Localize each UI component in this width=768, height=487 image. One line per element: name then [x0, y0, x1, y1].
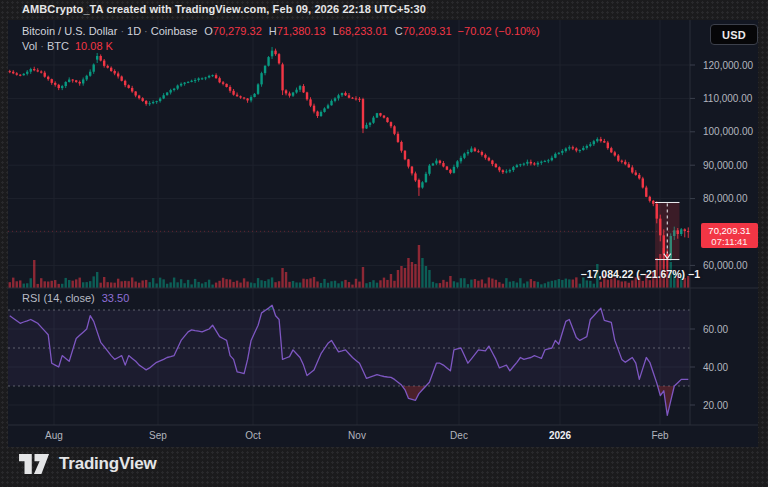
candle-body	[271, 51, 273, 57]
candle-body	[215, 75, 217, 78]
candle-body	[642, 178, 644, 187]
volume-bar	[313, 277, 315, 288]
volume-bar	[414, 264, 416, 288]
candle-body	[498, 167, 500, 170]
last-price-tag: 70,209.31 07:11:41	[701, 223, 758, 248]
volume-bar	[439, 283, 441, 288]
candle-body	[631, 167, 633, 172]
candle-body	[425, 174, 427, 182]
candle-body	[589, 144, 591, 146]
volume-bar	[404, 268, 406, 288]
candle-body	[236, 95, 238, 97]
volume-bar	[334, 281, 336, 288]
volume-bar	[617, 280, 619, 288]
volume-bar	[460, 278, 462, 288]
candle-body	[463, 154, 465, 158]
candle-body	[257, 84, 259, 94]
volume-bar	[37, 284, 39, 288]
candle-body	[54, 83, 56, 85]
change-value: −70.02 (−0.10%)	[458, 25, 540, 37]
volume-bar	[390, 274, 392, 288]
volume-bar	[579, 284, 581, 288]
candle-body	[390, 122, 392, 126]
volume-legend[interactable]: Vol·BTC10.08 K	[22, 40, 113, 52]
candle-body	[222, 82, 224, 84]
candle-body	[138, 96, 140, 99]
price-axis-label: 90,000.00	[703, 160, 748, 171]
attribution-text: AMBCrypto_TA created with TradingView.co…	[22, 3, 426, 19]
candle-body	[299, 86, 301, 90]
open-label: O	[204, 25, 213, 37]
price-axis-label: 110,000.00	[703, 93, 753, 104]
volume-bar	[148, 282, 150, 288]
rsi-axis-label: 20.00	[703, 400, 728, 411]
last-price-value: 70,209.31	[701, 225, 758, 236]
candle-body	[313, 106, 315, 112]
volume-bar	[355, 279, 357, 288]
candle-body	[23, 74, 25, 75]
currency-toggle-button[interactable]: USD	[710, 24, 758, 45]
volume-bar	[351, 285, 353, 288]
volume-bar	[141, 280, 143, 288]
candle-body	[260, 73, 262, 84]
candle-body	[502, 170, 504, 172]
volume-bar	[610, 279, 612, 288]
candle-body	[117, 73, 119, 76]
candle-body	[30, 69, 32, 72]
candle-body	[432, 164, 434, 166]
candle-body	[19, 75, 21, 76]
volume-bar	[551, 281, 553, 288]
candle-body	[600, 139, 602, 141]
volume-bar	[435, 283, 437, 288]
candle-body	[484, 155, 486, 158]
candle-body	[124, 81, 126, 85]
candle-body	[61, 86, 63, 88]
volume-bar	[621, 281, 623, 288]
measure-tool-label[interactable]: −17,084.22 (−21.67%) −1	[508, 268, 700, 280]
volume-bar	[225, 279, 227, 288]
volume-bar	[379, 280, 381, 288]
volume-bar	[232, 282, 234, 288]
price-axis-label: 60,000.00	[703, 260, 748, 271]
candle-body	[173, 89, 175, 90]
volume-bar	[491, 279, 493, 288]
candle-body	[99, 56, 101, 61]
volume-bar	[516, 283, 518, 288]
candle-body	[201, 78, 203, 79]
symbol-legend[interactable]: Bitcoin / U.S. Dollar·1D·CoinbaseO70,279…	[22, 25, 540, 37]
volume-bar	[187, 280, 189, 288]
volume-bar	[453, 281, 455, 288]
candle-body	[533, 163, 535, 164]
candle-body	[113, 71, 115, 73]
measure-tool-overlay[interactable]	[8, 202, 690, 259]
candle-body	[120, 76, 122, 80]
candle-body	[407, 159, 409, 166]
volume-bar	[250, 283, 252, 288]
chart-canvas[interactable]: 120,000.00110,000.00100,000.0090,000.008…	[8, 20, 758, 447]
candle-body	[141, 98, 143, 101]
volume-bar	[264, 281, 266, 288]
rsi-legend[interactable]: RSI (14, close)33.50	[22, 292, 129, 304]
candle-body	[246, 98, 248, 100]
candle-body	[78, 82, 80, 83]
candle-body	[243, 98, 245, 99]
volume-bar	[400, 266, 402, 288]
candle-body	[582, 148, 584, 150]
candle-body	[418, 180, 420, 188]
candle-body	[285, 90, 287, 93]
candle-body	[596, 139, 598, 141]
volume-bars	[9, 245, 690, 288]
tradingview-wordmark: TradingView	[59, 454, 157, 474]
volume-bar	[54, 280, 56, 288]
candle-body	[400, 142, 402, 151]
candle-body	[281, 64, 283, 90]
tradingview-logo[interactable]: TradingView	[19, 451, 157, 477]
candle-body	[148, 103, 150, 104]
rsi-label: RSI (14, close)	[22, 292, 95, 304]
candle-body	[652, 201, 654, 204]
candle-body	[544, 161, 546, 162]
candle-body	[460, 158, 462, 162]
candle-body	[439, 161, 441, 163]
volume-bar	[432, 282, 434, 288]
candle-body	[428, 166, 430, 174]
